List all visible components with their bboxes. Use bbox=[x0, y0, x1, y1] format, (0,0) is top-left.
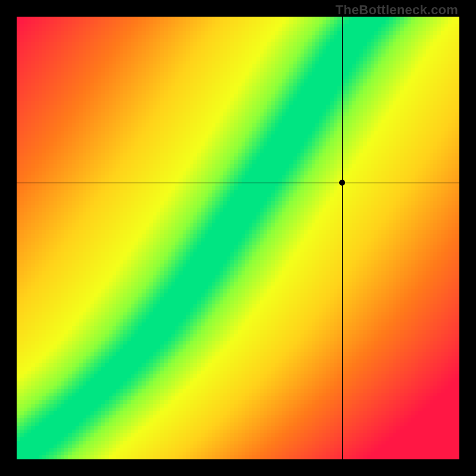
chart-frame: TheBottleneck.com bbox=[0, 0, 476, 476]
crosshair-horizontal bbox=[17, 183, 459, 183]
watermark-text: TheBottleneck.com bbox=[336, 2, 458, 18]
heatmap-canvas bbox=[17, 17, 459, 459]
current-point-marker bbox=[339, 180, 345, 186]
crosshair-vertical bbox=[342, 17, 343, 459]
plot-area bbox=[17, 17, 459, 459]
